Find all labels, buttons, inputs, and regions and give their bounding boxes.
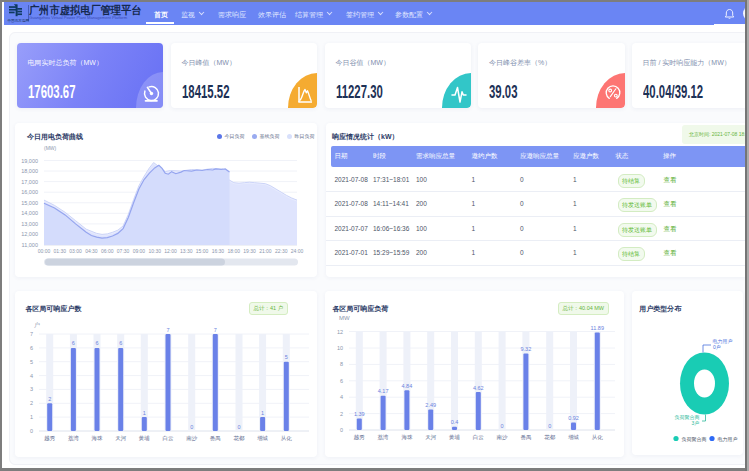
svg-text:番禺: 番禺 xyxy=(210,435,221,442)
svg-text:10:30: 10:30 xyxy=(148,248,161,254)
svg-text:MW: MW xyxy=(339,315,350,321)
svg-text:6: 6 xyxy=(72,340,75,346)
svg-text:10: 10 xyxy=(337,345,343,351)
svg-text:19:30: 19:30 xyxy=(243,248,256,254)
svg-text:负荷聚合商: 负荷聚合商 xyxy=(682,436,707,443)
svg-text:07:30: 07:30 xyxy=(117,248,130,254)
svg-text:1: 1 xyxy=(261,410,264,416)
svg-text:海珠: 海珠 xyxy=(401,434,413,441)
svg-text:4: 4 xyxy=(30,373,33,379)
svg-text:09:00: 09:00 xyxy=(133,248,146,254)
svg-text:16,000: 16,000 xyxy=(21,189,38,195)
svg-text:0: 0 xyxy=(190,424,193,430)
svg-text:5: 5 xyxy=(285,354,288,360)
svg-text:2.49: 2.49 xyxy=(425,402,436,408)
svg-text:13:30: 13:30 xyxy=(180,248,193,254)
svg-text:越秀: 越秀 xyxy=(354,434,366,441)
svg-text:电力用户: 电力用户 xyxy=(718,436,738,443)
svg-text:01:30: 01:30 xyxy=(54,248,67,254)
svg-text:4: 4 xyxy=(340,394,343,400)
svg-text:越秀: 越秀 xyxy=(44,435,56,442)
svg-text:荔湾: 荔湾 xyxy=(68,435,80,442)
svg-text:11.89: 11.89 xyxy=(591,325,604,331)
svg-text:18,000: 18,000 xyxy=(21,168,38,174)
svg-text:中国南方电网: 中国南方电网 xyxy=(8,18,30,23)
svg-text:22:30: 22:30 xyxy=(275,248,288,254)
svg-text:9.32: 9.32 xyxy=(521,346,532,352)
svg-text:荔湾: 荔湾 xyxy=(378,434,390,441)
svg-text:4.62: 4.62 xyxy=(473,385,484,391)
svg-text:18:00: 18:00 xyxy=(228,248,241,254)
svg-text:00:00: 00:00 xyxy=(38,248,51,254)
svg-text:0: 0 xyxy=(30,428,33,434)
svg-text:2: 2 xyxy=(48,396,51,402)
svg-text:从化: 从化 xyxy=(592,434,604,441)
svg-text:3户: 3户 xyxy=(692,420,700,426)
svg-text:黄埔: 黄埔 xyxy=(449,434,461,440)
svg-text:4.84: 4.84 xyxy=(402,383,413,389)
svg-text:增城: 增城 xyxy=(257,435,269,441)
svg-text:南沙: 南沙 xyxy=(497,434,509,441)
svg-text:16:30: 16:30 xyxy=(212,248,225,254)
svg-text:番禺: 番禺 xyxy=(520,434,531,441)
svg-text:6: 6 xyxy=(30,345,33,351)
svg-text:花都: 花都 xyxy=(544,434,556,441)
svg-text:24:00: 24:00 xyxy=(291,248,304,254)
svg-text:15,000: 15,000 xyxy=(21,200,38,206)
svg-text:5: 5 xyxy=(30,359,33,365)
svg-text:黄埔: 黄埔 xyxy=(139,435,151,441)
svg-text:6: 6 xyxy=(119,340,122,346)
svg-text:4.17: 4.17 xyxy=(378,388,389,394)
svg-text:0: 0 xyxy=(548,423,551,429)
svg-text:04:30: 04:30 xyxy=(85,248,98,254)
svg-text:12:00: 12:00 xyxy=(164,248,177,254)
svg-text:7: 7 xyxy=(30,331,33,337)
svg-text:从化: 从化 xyxy=(281,435,293,442)
svg-text:3: 3 xyxy=(30,386,33,392)
svg-text:6: 6 xyxy=(95,340,98,346)
svg-text:7: 7 xyxy=(166,327,169,333)
svg-text:03:00: 03:00 xyxy=(69,248,82,254)
svg-text:12,000: 12,000 xyxy=(21,231,38,237)
svg-text:(MW): (MW) xyxy=(44,145,57,151)
svg-text:白云: 白云 xyxy=(163,435,175,442)
svg-text:0: 0 xyxy=(340,427,343,433)
svg-text:2: 2 xyxy=(340,411,343,417)
svg-text:南沙: 南沙 xyxy=(186,435,198,442)
svg-text:0: 0 xyxy=(237,424,240,430)
svg-text:户: 户 xyxy=(34,321,40,328)
svg-text:花都: 花都 xyxy=(234,435,246,442)
svg-text:06:00: 06:00 xyxy=(101,248,114,254)
svg-text:增城: 增城 xyxy=(568,434,580,440)
svg-text:2: 2 xyxy=(30,400,33,406)
svg-text:天河: 天河 xyxy=(115,435,127,442)
svg-text:11,000: 11,000 xyxy=(22,242,38,248)
svg-text:13,000: 13,000 xyxy=(21,221,38,227)
svg-text:1: 1 xyxy=(30,414,33,420)
svg-text:白云: 白云 xyxy=(473,434,485,441)
svg-text:6: 6 xyxy=(340,378,343,384)
svg-text:12: 12 xyxy=(337,329,343,335)
svg-text:0.4: 0.4 xyxy=(451,419,459,425)
svg-text:0: 0 xyxy=(501,423,504,429)
svg-text:19,000: 19,000 xyxy=(21,158,38,164)
svg-text:1.39: 1.39 xyxy=(354,411,365,417)
svg-text:天河: 天河 xyxy=(425,434,437,441)
svg-text:21:00: 21:00 xyxy=(259,248,272,254)
svg-text:17,000: 17,000 xyxy=(21,179,38,185)
svg-text:0户: 0户 xyxy=(713,344,721,350)
svg-text:14,000: 14,000 xyxy=(21,210,38,216)
svg-text:0.92: 0.92 xyxy=(568,415,579,421)
svg-text:7: 7 xyxy=(214,327,217,333)
svg-text:15:00: 15:00 xyxy=(196,248,209,254)
svg-text:1: 1 xyxy=(143,410,146,416)
svg-text:海珠: 海珠 xyxy=(92,435,104,442)
svg-text:8: 8 xyxy=(340,361,343,367)
